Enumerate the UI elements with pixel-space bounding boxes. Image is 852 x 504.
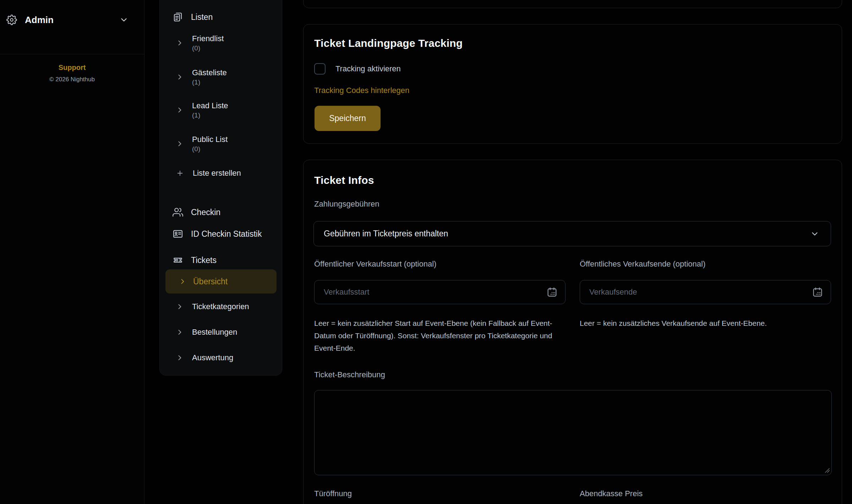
nav-label: Bestellungen [192,328,237,337]
sale-start-label: Öffentlicher Verkaufsstart (optional) [314,259,566,269]
calendar-icon[interactable] [546,286,558,298]
nav-label: Tickets [191,256,217,265]
sale-end-column: Öffentliches Verkaufsende (optional) Lee… [580,259,831,354]
card-title: Ticket Landingpage Tracking [314,37,463,49]
sale-end-input[interactable] [580,280,831,304]
card-title: Ticket Infos [314,174,374,186]
nav-item-listen[interactable]: Listen [160,6,280,28]
chevron-right-icon [176,106,183,114]
nav-label: Public List [192,135,228,144]
gear-icon [6,15,17,25]
tracking-checkbox-row: Tracking aktivieren [314,63,401,75]
chevron-right-icon [176,354,183,361]
nav-item-checkin[interactable]: Checkin [160,202,280,223]
payment-fees-select[interactable]: Gebühren im Ticketpreis enthalten [313,221,831,246]
plus-icon [176,169,184,177]
nav-item-lead-liste[interactable]: Lead Liste (1) [160,98,280,122]
account-name: Admin [25,15,119,26]
list-count: (1) [192,111,228,119]
tracking-checkbox-label: Tracking aktivieren [335,64,401,73]
payment-fees-selected-value: Gebühren im Ticketpreis enthalten [324,229,448,239]
ticket-infos-card: Ticket Infos Zahlungsgebühren Gebühren i… [303,160,842,504]
nav-label: Checkin [191,208,220,217]
chevron-down-icon [810,229,819,239]
nav-item-friendlist[interactable]: Friendlist (0) [160,31,280,55]
copyright-text: © 2026 Nighthub [0,76,144,83]
nav-item-liste-erstellen[interactable]: Liste erstellen [160,163,280,184]
payment-fees-label: Zahlungsgebühren [314,199,379,209]
sale-window-fields: Öffentlicher Verkaufsstart (optional) Le… [314,259,831,354]
sale-start-helper: Leer = kein zusätzlicher Start auf Event… [314,317,553,354]
chevron-right-icon [176,73,183,81]
account-sidebar: Admin Support © 2026 Nighthub [0,0,144,504]
description-textarea[interactable] [314,390,832,475]
list-count: (1) [192,78,227,86]
nav-item-auswertung[interactable]: Auswertung [160,347,280,368]
users-icon [173,207,183,218]
description-label: Ticket-Beschreibung [314,370,385,379]
nav-label: Auswertung [192,353,233,362]
list-count: (0) [192,44,224,52]
sale-start-field-wrap [314,280,566,304]
tracking-codes-link[interactable]: Tracking Codes hinterlegen [314,86,409,95]
sale-start-column: Öffentlicher Verkaufsstart (optional) Le… [314,259,566,354]
nav-item-public-list[interactable]: Public List (0) [160,132,280,155]
tracking-card: Ticket Landingpage Tracking Tracking akt… [303,24,842,144]
id-card-icon [173,229,183,239]
nav-label: Ticketkategorien [192,302,249,311]
sale-end-label: Öffentliches Verkaufsende (optional) [580,259,831,269]
chevron-right-icon [176,329,183,336]
support-link[interactable]: Support [0,64,144,72]
box-office-price-label: Abendkasse Preis [580,489,831,498]
list-count: (0) [192,145,228,153]
nav-item-tickets[interactable]: Tickets [160,250,280,271]
calendar-icon[interactable] [812,286,823,298]
tracking-checkbox[interactable] [314,63,326,75]
nav-label: Liste erstellen [193,169,241,178]
nav-item-uebersicht-active[interactable]: Übersicht [165,269,277,294]
nav-label: Listen [191,12,213,22]
sidebar-footer: Support © 2026 Nighthub [0,64,144,83]
account-switcher[interactable]: Admin [0,0,144,40]
bottom-fields-row: Türöffnung Abendkasse Preis [314,489,831,498]
nav-label: Lead Liste [192,101,228,110]
sidebar-divider [0,54,144,54]
nav-label: ID Checkin Statistik [191,229,262,239]
chevron-right-icon [179,278,186,285]
save-button[interactable]: Speichern [315,106,381,131]
nav-label: Gästeliste [192,68,227,77]
resize-handle-icon[interactable] [825,468,830,473]
clipboard-list-icon [173,12,183,22]
nav-item-bestellungen[interactable]: Bestellungen [160,322,280,343]
nav-item-id-checkin-statistik[interactable]: ID Checkin Statistik [160,223,280,245]
door-opening-label: Türöffnung [314,489,566,498]
ticket-icon [173,255,183,265]
chevron-right-icon [176,39,183,46]
sale-start-input[interactable] [314,280,566,304]
navigation-panel: Listen Friendlist (0) Gästeliste (1) Lea… [159,0,282,376]
sale-end-helper: Leer = kein zusätzliches Verkaufsende au… [580,317,818,329]
chevron-down-icon [119,15,129,24]
chevron-right-icon [176,140,183,147]
nav-item-ticketkategorien[interactable]: Ticketkategorien [160,296,280,317]
nav-label: Übersicht [193,277,228,286]
nav-label: Friendlist [192,34,224,43]
sale-end-field-wrap [580,280,831,304]
description-field-wrap [314,390,832,475]
nav-item-gaesteliste[interactable]: Gästeliste (1) [160,65,280,89]
chevron-right-icon [176,303,183,310]
previous-card-bottom-edge [303,0,842,8]
